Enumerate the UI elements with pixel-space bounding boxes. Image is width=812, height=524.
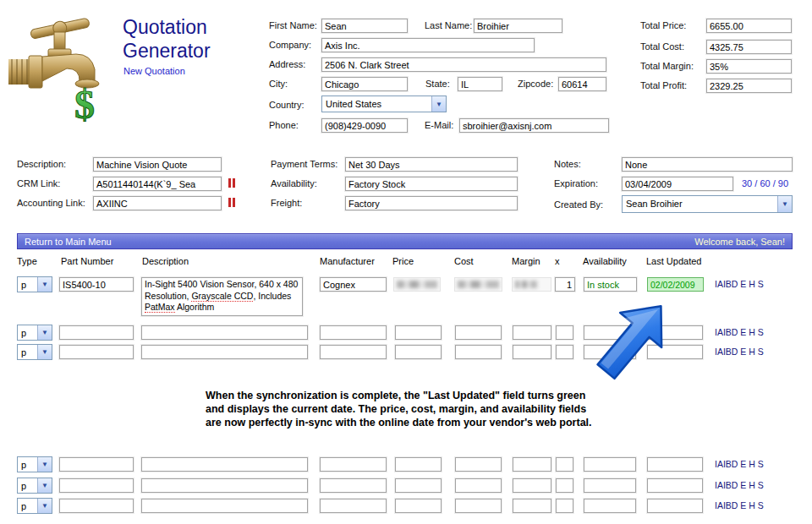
- expiration-quick-links[interactable]: 30 / 60 / 90: [742, 178, 788, 188]
- total-price-field[interactable]: 6655.00: [706, 19, 792, 33]
- country-label: Country:: [269, 100, 304, 110]
- chevron-down-icon: ▼: [431, 96, 446, 112]
- quotation-generator-page: $ Quotation Generator New Quotation Firs…: [0, 0, 812, 524]
- part-number-input[interactable]: [59, 478, 134, 493]
- margin-input[interactable]: [513, 325, 551, 340]
- margin-input[interactable]: [513, 457, 551, 472]
- col-header-last-updated: Last Updated: [646, 256, 701, 266]
- availability-input[interactable]: [584, 478, 636, 493]
- qty-input[interactable]: [556, 345, 573, 359]
- availability-input[interactable]: In stock: [584, 277, 637, 292]
- part-number-input[interactable]: IS5400-10: [59, 277, 134, 292]
- manufacturer-input[interactable]: [320, 499, 387, 513]
- chevron-down-icon: ▼: [37, 457, 52, 472]
- price-input[interactable]: [395, 457, 442, 472]
- payment-terms-field[interactable]: Net 30 Days: [345, 157, 518, 172]
- availability-field[interactable]: Factory Stock: [345, 177, 518, 191]
- return-to-main-menu-link[interactable]: Return to Main Menu: [25, 237, 112, 247]
- manufacturer-input[interactable]: Cognex: [320, 277, 387, 292]
- row-action-links[interactable]: IAIBD E H S: [715, 480, 764, 490]
- zipcode-input[interactable]: 60614: [558, 77, 606, 91]
- type-select[interactable]: p ▼: [17, 276, 52, 292]
- manufacturer-input[interactable]: [320, 457, 387, 472]
- accounting-link-field[interactable]: AXIINC: [93, 196, 222, 210]
- type-select[interactable]: p ▼: [17, 344, 52, 360]
- description-field[interactable]: Machine Vision Quote: [93, 157, 222, 172]
- cost-input[interactable]: [455, 457, 502, 472]
- created-by-select[interactable]: Sean Broihier ▼: [622, 195, 793, 213]
- last-updated-input-synced[interactable]: 02/02/2009: [647, 277, 704, 292]
- description-input[interactable]: [141, 478, 308, 493]
- cost-input[interactable]: [455, 499, 502, 513]
- price-input[interactable]: [395, 478, 442, 493]
- margin-input[interactable]: [513, 345, 551, 359]
- total-profit-field[interactable]: 2329.25: [706, 79, 792, 93]
- margin-input-redacted[interactable]: [512, 277, 551, 292]
- description-input[interactable]: [141, 499, 308, 513]
- description-input[interactable]: [141, 345, 308, 359]
- manufacturer-input[interactable]: [320, 478, 387, 493]
- qty-input[interactable]: [556, 478, 573, 493]
- new-quotation-link[interactable]: New Quotation: [123, 66, 185, 76]
- type-select[interactable]: p ▼: [17, 478, 52, 494]
- qty-input[interactable]: 1: [555, 277, 575, 292]
- email-input[interactable]: sbroihier@axisnj.com: [459, 118, 609, 133]
- cost-input-redacted[interactable]: [454, 277, 502, 292]
- cost-input[interactable]: [455, 345, 502, 359]
- part-number-input[interactable]: [59, 345, 134, 359]
- availability-input[interactable]: [584, 499, 636, 513]
- last-updated-input[interactable]: [647, 457, 703, 472]
- availability-input[interactable]: [584, 457, 636, 472]
- row-action-links[interactable]: IAIBD E H S: [715, 279, 764, 289]
- type-select[interactable]: p ▼: [17, 498, 52, 514]
- cost-input[interactable]: [455, 478, 502, 493]
- margin-input[interactable]: [513, 499, 551, 513]
- freight-label: Freight:: [271, 198, 302, 208]
- row-action-links[interactable]: IAIBD E H S: [715, 459, 764, 469]
- manufacturer-input[interactable]: [320, 325, 387, 340]
- address-input[interactable]: 2506 N. Clark Street: [321, 57, 606, 72]
- type-select[interactable]: p ▼: [17, 325, 52, 341]
- expiration-field[interactable]: 03/04/2009: [622, 177, 733, 191]
- part-number-input[interactable]: [59, 325, 134, 340]
- manufacturer-input[interactable]: [320, 345, 387, 359]
- type-select[interactable]: p ▼: [17, 456, 52, 472]
- last-name-label: Last Name:: [425, 20, 472, 30]
- accounting-sync-flag-icon[interactable]: [228, 198, 235, 207]
- price-input-redacted[interactable]: [393, 277, 441, 292]
- part-number-input[interactable]: [59, 457, 134, 472]
- first-name-input[interactable]: Sean: [321, 19, 408, 33]
- qty-input[interactable]: [556, 325, 573, 340]
- part-number-input[interactable]: [59, 499, 134, 513]
- row-action-links[interactable]: IAIBD E H S: [715, 347, 764, 357]
- price-input[interactable]: [395, 345, 442, 359]
- price-input[interactable]: [395, 499, 442, 513]
- price-input[interactable]: [395, 325, 442, 340]
- last-updated-input[interactable]: [647, 499, 703, 513]
- crm-link-field[interactable]: A5011440144(K`9_ Sea: [93, 177, 222, 191]
- qty-input[interactable]: [556, 457, 573, 472]
- description-input[interactable]: [141, 457, 308, 472]
- phone-input[interactable]: (908)429-0090: [321, 118, 408, 133]
- total-cost-field[interactable]: 4325.75: [706, 40, 792, 54]
- row-action-links[interactable]: IAIBD E H S: [715, 327, 764, 337]
- country-select[interactable]: United States ▼: [321, 96, 447, 112]
- notes-field[interactable]: None: [622, 157, 793, 172]
- svg-text:$: $: [74, 82, 95, 122]
- crm-sync-flag-icon[interactable]: [228, 178, 235, 188]
- city-input[interactable]: Chicago: [321, 77, 408, 91]
- col-header-margin: Margin: [512, 256, 540, 266]
- description-label: Description:: [17, 159, 66, 169]
- row-action-links[interactable]: IAIBD E H S: [715, 500, 764, 510]
- qty-input[interactable]: [556, 499, 573, 513]
- margin-input[interactable]: [513, 478, 551, 493]
- total-margin-field[interactable]: 35%: [706, 59, 792, 74]
- description-input[interactable]: [141, 325, 308, 340]
- freight-field[interactable]: Factory: [345, 196, 518, 210]
- description-textarea[interactable]: In-Sight 5400 Vision Sensor, 640 x 480 R…: [141, 277, 303, 316]
- cost-input[interactable]: [455, 325, 502, 340]
- company-input[interactable]: Axis Inc.: [321, 38, 535, 52]
- last-name-input[interactable]: Broihier: [474, 19, 562, 33]
- state-input[interactable]: IL: [458, 77, 502, 91]
- last-updated-input[interactable]: [647, 478, 703, 493]
